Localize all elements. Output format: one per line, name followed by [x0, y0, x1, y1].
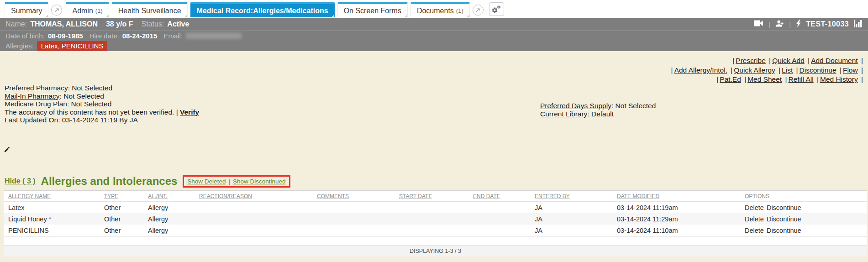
- delete-link[interactable]: Delete: [745, 204, 764, 211]
- allergies-badge[interactable]: Latex, PENICILLINS: [37, 41, 108, 51]
- separator: |: [716, 75, 718, 83]
- bar-chart-icon[interactable]: [854, 20, 863, 29]
- tab-medical-record-allergies-medications[interactable]: Medical Record:Allergies/Medications: [190, 2, 335, 17]
- show-discontinued-link[interactable]: Show Discontinued: [233, 178, 286, 185]
- lightning-icon[interactable]: [796, 20, 801, 29]
- separator: |: [861, 57, 863, 64]
- add-allergy-intol-link[interactable]: Add Allergy/Intol.: [674, 66, 727, 74]
- preferred-days-supply-link[interactable]: Preferred Days Supply: [540, 102, 611, 110]
- flow-link[interactable]: Flow: [843, 66, 858, 74]
- verify-link[interactable]: Verify: [180, 108, 199, 116]
- tab-documents[interactable]: Documents (1): [410, 2, 470, 17]
- colon: :: [67, 100, 69, 108]
- quick-add-link[interactable]: Quick Add: [772, 57, 805, 64]
- refill-all-link[interactable]: Refill All: [788, 75, 813, 83]
- separator: |: [840, 66, 842, 74]
- allergies-section-header: Hide ( 3 ) Allergies and Intolerances Sh…: [5, 175, 290, 188]
- cell-allergy-name: Liquid Honey *: [4, 213, 104, 225]
- cell-date-modified: 03-14-2024 11:19am: [617, 202, 745, 214]
- preferred-pharmacy-link[interactable]: Preferred Pharmacy: [5, 84, 68, 92]
- delete-link[interactable]: Delete: [745, 227, 764, 234]
- column-header-al-int[interactable]: AL./INT.: [148, 193, 168, 199]
- discontinue-link[interactable]: Discontinue: [767, 227, 801, 234]
- med-history-link[interactable]: Med History: [820, 75, 858, 83]
- column-header-entered-by[interactable]: ENTERED BY: [535, 193, 570, 199]
- colon: :: [68, 84, 70, 92]
- med-sheet-link[interactable]: Med Sheet: [747, 75, 782, 83]
- tab-count-badge: (1): [456, 7, 463, 14]
- separator: |: [779, 66, 780, 74]
- column-header-type[interactable]: TYPE: [104, 193, 118, 199]
- mail-in-pharmacy-line: Mail-In Pharmacy: Not Selected: [5, 92, 199, 100]
- last-updated-by-link[interactable]: JA: [130, 116, 138, 124]
- table-row: Latex Other Allergy JA 03-14-2024 11:19a…: [4, 202, 867, 214]
- cell-options: DeleteDiscontinue: [745, 213, 867, 225]
- column-header-date-modified[interactable]: DATE MODIFIED: [617, 193, 659, 199]
- cell-end-date: [473, 202, 535, 214]
- colon: :: [60, 92, 62, 100]
- column-header-reaction-reason[interactable]: REACTION/REASON: [199, 193, 252, 199]
- cell-comments: [317, 202, 399, 214]
- allergies-table: ALLERGY NAME TYPE AL./INT. REACTION/REAS…: [4, 191, 867, 236]
- tab-admin[interactable]: Admin (1): [66, 2, 109, 17]
- preferred-pharmacy-line: Preferred Pharmacy: Not Selected: [5, 84, 199, 92]
- patient-banner-row-2: Date of birth: 08-09-1985 Hire date: 08-…: [0, 30, 868, 41]
- current-library-link[interactable]: Current Library: [540, 110, 587, 118]
- app-window: Summary Admin (1) Health Surveillance Me…: [0, 0, 868, 262]
- tab-label: On Screen Forms: [344, 7, 401, 15]
- allergies-label: Allergies:: [5, 42, 34, 50]
- tab-health-surveillance[interactable]: Health Surveillance: [112, 2, 188, 17]
- add-document-link[interactable]: Add Document: [811, 57, 858, 64]
- name-label: Name:: [5, 20, 27, 28]
- mail-in-pharmacy-link[interactable]: Mail-In Pharmacy: [5, 92, 60, 100]
- table-header-row: ALLERGY NAME TYPE AL./INT. REACTION/REAS…: [4, 191, 867, 202]
- discontinue-link[interactable]: Discontinue: [767, 215, 801, 223]
- tab-on-screen-forms[interactable]: On Screen Forms: [337, 2, 408, 17]
- section-title: Allergies and Intolerances: [41, 175, 178, 188]
- list-link[interactable]: List: [782, 66, 793, 74]
- tab-label: Admin: [72, 7, 93, 15]
- prescribe-link[interactable]: Prescribe: [736, 57, 765, 64]
- discontinue-link[interactable]: Discontinue: [800, 66, 836, 74]
- dob-label: Date of birth:: [5, 32, 45, 40]
- cell-type: Other: [104, 225, 148, 236]
- preferred-days-supply-line: Preferred Days Supply: Not Selected: [540, 102, 656, 110]
- edit-pencil-icon[interactable]: [4, 146, 11, 154]
- email-redacted-value: [186, 33, 242, 39]
- cell-reaction: [199, 202, 317, 214]
- add-person-icon[interactable]: [775, 20, 784, 29]
- column-header-comments[interactable]: COMMENTS: [317, 193, 349, 199]
- cell-date-modified: 03-14-2024 11:29am: [617, 213, 745, 225]
- colon: :: [587, 110, 589, 118]
- annotation-highlight-box: Show Deleted | Show Discontinued: [183, 175, 290, 188]
- medicare-drug-plan-line: Medicare Drug Plan: Not Selected: [5, 100, 199, 108]
- documents-popout-icon[interactable]: [473, 5, 484, 16]
- medicare-drug-plan-link[interactable]: Medicare Drug Plan: [5, 100, 67, 108]
- hide-section-link[interactable]: Hide ( 3 ): [5, 177, 36, 185]
- column-header-allergy-name[interactable]: ALLERGY NAME: [8, 193, 51, 199]
- cell-al-int: Allergy: [148, 225, 199, 236]
- summary-popout-icon[interactable]: [51, 5, 62, 16]
- status-label: Status:: [142, 20, 164, 28]
- patient-id: TEST-10033: [806, 20, 849, 28]
- show-deleted-link[interactable]: Show Deleted: [187, 178, 226, 185]
- cell-type: Other: [104, 213, 148, 225]
- column-header-options: OPTIONS: [745, 193, 769, 199]
- tab-label: Documents: [417, 7, 454, 15]
- column-header-start-date[interactable]: START DATE: [399, 193, 432, 199]
- delete-link[interactable]: Delete: [745, 215, 764, 223]
- discontinue-link[interactable]: Discontinue: [767, 204, 801, 211]
- cell-comments: [317, 225, 399, 236]
- tab-summary[interactable]: Summary: [5, 2, 48, 17]
- mail-in-pharmacy-value: Not Selected: [63, 92, 104, 100]
- column-header-end-date[interactable]: END DATE: [473, 193, 500, 199]
- quick-allergy-link[interactable]: Quick Allergy: [734, 66, 775, 74]
- pat-ed-link[interactable]: Pat.Ed: [720, 75, 741, 83]
- tab-label: Health Surveillance: [118, 7, 181, 15]
- current-library-line: Current Library: Default: [540, 110, 656, 118]
- cell-al-int: Allergy: [148, 213, 199, 225]
- action-links-line-1: |Prescribe |Quick Add |Add Document |: [670, 56, 864, 66]
- settings-gear-button[interactable]: [489, 2, 504, 16]
- separator: |: [671, 66, 673, 74]
- video-camera-icon[interactable]: [754, 20, 763, 28]
